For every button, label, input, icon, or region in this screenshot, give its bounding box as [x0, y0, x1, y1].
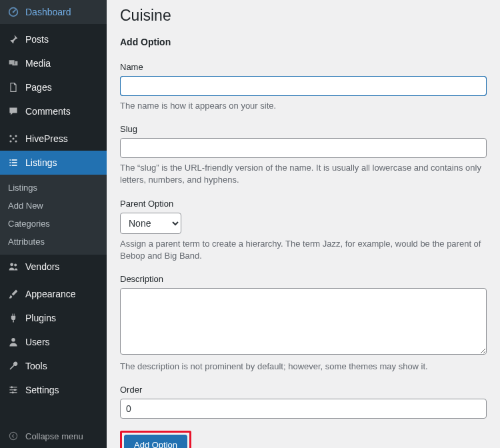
menu-users[interactable]: Users	[0, 330, 107, 354]
order-input[interactable]	[120, 399, 487, 419]
field-slug: Slug The “slug” is the URL-friendly vers…	[120, 124, 487, 186]
menu-label: Comments	[25, 106, 71, 117]
menu-vendors[interactable]: Vendors	[0, 255, 107, 279]
field-order: Order	[120, 385, 487, 419]
slug-label: Slug	[120, 124, 487, 134]
submenu-categories[interactable]: Categories	[0, 215, 107, 233]
menu-label: Appearance	[25, 289, 76, 299]
svg-rect-12	[9, 165, 11, 166]
svg-rect-13	[12, 165, 17, 166]
add-option-button[interactable]: Add Option	[124, 435, 187, 448]
menu-label: Plugins	[25, 313, 56, 323]
menu-label: Settings	[25, 385, 59, 395]
menu-label: Posts	[25, 34, 49, 45]
form-title: Add Option	[120, 37, 487, 47]
svg-point-3	[9, 135, 11, 137]
page-title: Cuisine	[120, 7, 487, 25]
svg-point-20	[11, 386, 13, 388]
field-description: Description The description is not promi…	[120, 274, 487, 373]
admin-sidebar: Dashboard Posts Media Pages Comments Hiv…	[0, 0, 107, 448]
highlight-annotation: Add Option	[120, 431, 191, 448]
submenu-attributes[interactable]: Attributes	[0, 233, 107, 251]
parent-select[interactable]: None	[120, 213, 181, 234]
parent-desc: Assign a parent term to create a hierarc…	[120, 238, 487, 262]
menu-label: Users	[25, 337, 50, 347]
svg-point-23	[9, 432, 17, 439]
menu-pages[interactable]: Pages	[0, 75, 107, 99]
svg-point-15	[14, 264, 17, 267]
slug-desc: The “slug” is the URL-friendly version o…	[120, 162, 487, 186]
vendors-icon	[7, 260, 20, 273]
menu-tools[interactable]: Tools	[0, 354, 107, 378]
menu-posts[interactable]: Posts	[0, 27, 107, 51]
svg-point-22	[12, 391, 14, 393]
menu-label: Media	[25, 58, 51, 69]
svg-rect-11	[12, 162, 17, 163]
submenu-listings: Listings Add New Categories Attributes	[0, 175, 107, 255]
name-label: Name	[120, 62, 487, 72]
name-desc: The name is how it appears on your site.	[120, 100, 487, 112]
parent-label: Parent Option	[120, 199, 487, 209]
menu-hivepress[interactable]: HivePress	[0, 127, 107, 151]
main-content: Cuisine Add Option Name The name is how …	[107, 0, 500, 448]
listings-icon	[7, 156, 20, 169]
svg-point-2	[10, 61, 11, 63]
order-label: Order	[120, 385, 487, 395]
slug-input[interactable]	[120, 138, 487, 158]
menu-label: Dashboard	[25, 7, 71, 17]
collapse-icon	[7, 429, 20, 443]
menu-settings[interactable]: Settings	[0, 378, 107, 402]
wrench-icon	[7, 359, 20, 373]
svg-point-7	[12, 137, 14, 139]
field-name: Name The name is how it appears on your …	[120, 62, 487, 112]
description-desc: The description is not prominent by defa…	[120, 361, 487, 373]
collapse-label: Collapse menu	[25, 431, 83, 441]
page-icon	[7, 81, 20, 94]
hivepress-icon	[7, 132, 20, 145]
brush-icon	[7, 287, 20, 301]
menu-label: Vendors	[25, 261, 59, 272]
menu-plugins[interactable]: Plugins	[0, 306, 107, 330]
svg-point-21	[14, 389, 16, 391]
field-parent: Parent Option None Assign a parent term …	[120, 199, 487, 262]
comment-icon	[7, 105, 20, 118]
svg-rect-10	[9, 162, 11, 163]
collapse-menu[interactable]: Collapse menu	[0, 424, 107, 448]
menu-appearance[interactable]: Appearance	[0, 282, 107, 306]
menu-label: Listings	[25, 157, 57, 168]
svg-point-5	[9, 140, 11, 142]
sliders-icon	[7, 383, 20, 397]
svg-point-6	[15, 140, 17, 142]
menu-comments[interactable]: Comments	[0, 99, 107, 123]
menu-listings[interactable]: Listings	[0, 151, 107, 175]
menu-label: HivePress	[25, 133, 68, 144]
submenu-add-new[interactable]: Add New	[0, 197, 107, 215]
submit-row: Add Option	[120, 431, 487, 448]
dashboard-icon	[7, 5, 20, 19]
menu-media[interactable]: Media	[0, 51, 107, 75]
user-icon	[7, 335, 20, 349]
svg-rect-9	[12, 159, 17, 161]
svg-point-1	[13, 11, 15, 13]
menu-label: Pages	[25, 82, 52, 93]
svg-point-16	[11, 338, 15, 342]
svg-point-4	[15, 135, 17, 137]
submenu-listings-all[interactable]: Listings	[0, 179, 107, 197]
name-input[interactable]	[120, 76, 487, 96]
description-label: Description	[120, 274, 487, 284]
menu-dashboard[interactable]: Dashboard	[0, 0, 107, 24]
svg-rect-8	[9, 159, 11, 161]
add-option-form: Add Option Name The name is how it appea…	[120, 37, 487, 448]
plug-icon	[7, 311, 20, 325]
description-textarea[interactable]	[120, 288, 487, 355]
svg-point-14	[10, 263, 13, 266]
media-icon	[7, 57, 20, 70]
menu-label: Tools	[25, 361, 47, 371]
pin-icon	[7, 33, 20, 46]
